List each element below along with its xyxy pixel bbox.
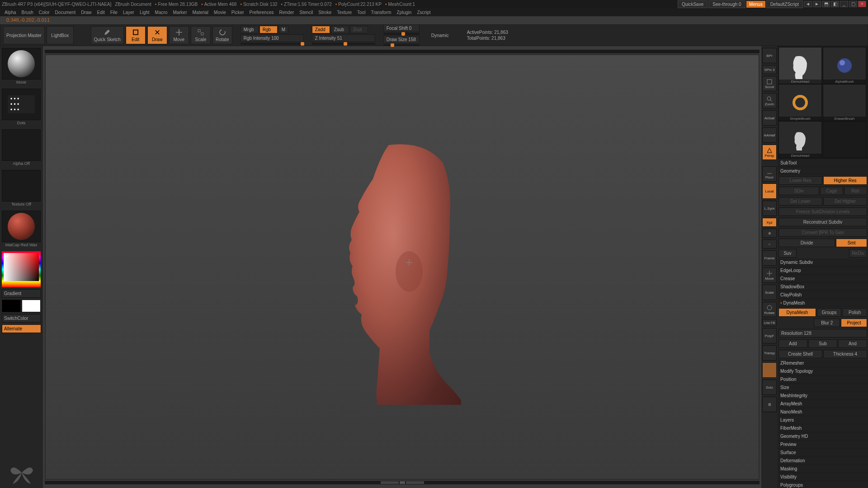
draw-button[interactable]: Draw: [147, 26, 167, 44]
polish-button[interactable]: Polish: [842, 308, 867, 317]
scale-nav-button[interactable]: Scale: [762, 285, 777, 300]
resolution-slider[interactable]: Resolution 128: [778, 329, 867, 338]
visibility-section[interactable]: Visibility: [778, 473, 868, 481]
dynamic-subdiv-section[interactable]: Dynamic Subdiv: [778, 258, 868, 267]
viewport[interactable]: [45, 54, 760, 480]
material-thumb[interactable]: MatCap Red Wax: [2, 211, 41, 242]
alternate-button[interactable]: Alternate: [2, 324, 41, 333]
rotate-button[interactable]: Rotate: [212, 26, 232, 44]
menu-item[interactable]: Draw: [79, 10, 93, 15]
menu-item[interactable]: Color: [37, 10, 52, 15]
bpr-button[interactable]: BPr: [762, 48, 777, 63]
brush-thumb[interactable]: Move: [2, 48, 41, 80]
color-picker[interactable]: [2, 251, 41, 287]
sdiv-slider[interactable]: SDiv: [778, 187, 819, 195]
xyz-button[interactable]: Xyz: [762, 218, 777, 227]
tool-thumb-eraserbrush[interactable]: EraserBrush: [823, 84, 866, 121]
geometryhd-section[interactable]: Geometry HD: [778, 432, 868, 441]
rgb-intensity-slider[interactable]: Rgb Intensity 100: [241, 34, 304, 42]
menu-item[interactable]: Preferences: [248, 10, 276, 15]
close-button[interactable]: ×: [858, 1, 866, 7]
divide-button[interactable]: Divide: [778, 239, 835, 247]
spix-button[interactable]: SPix 3: [762, 65, 777, 74]
deformation-section[interactable]: Deformation: [778, 457, 868, 465]
rediv-button[interactable]: ReDiv: [849, 249, 867, 258]
gradient-button[interactable]: Gradient: [2, 289, 41, 298]
menus-button[interactable]: Menus: [746, 1, 765, 8]
aahalf-button[interactable]: AAHalf: [762, 127, 777, 143]
menu-item[interactable]: Edit: [95, 10, 107, 15]
freeze-subdiv-button[interactable]: Freeze SubDivision Levels: [778, 207, 867, 216]
lightbox-button[interactable]: LightBox: [47, 26, 74, 44]
floor-button[interactable]: Floor: [762, 166, 777, 182]
menu-item[interactable]: Alpha: [3, 10, 18, 15]
geometry-section[interactable]: Geometry: [778, 167, 868, 175]
frame-button[interactable]: Frame: [762, 250, 777, 266]
projection-master-button[interactable]: Projection Master: [3, 26, 45, 44]
thickness-slider[interactable]: Thickness 4: [823, 350, 867, 358]
blur-slider[interactable]: Blur 2: [814, 319, 840, 327]
rotate-nav-button[interactable]: Rotate: [762, 302, 777, 317]
rgb-button[interactable]: Rgb: [259, 26, 278, 33]
menu-item[interactable]: Stencil: [297, 10, 315, 15]
switchcolor-button[interactable]: SwitchColor: [2, 314, 41, 323]
center-button[interactable]: ⊕: [762, 229, 777, 238]
menu-item[interactable]: Zplugin: [395, 10, 414, 15]
dynamesh-section[interactable]: DynaMesh: [778, 299, 868, 307]
black-swatch[interactable]: [2, 300, 21, 312]
stroke-thumb[interactable]: Dots: [2, 89, 41, 120]
move-button[interactable]: Move: [169, 26, 189, 44]
and-button[interactable]: And: [838, 339, 867, 348]
alpha-thumb[interactable]: Alpha Off: [2, 129, 41, 161]
circle-button[interactable]: ○: [762, 239, 777, 249]
surface-section[interactable]: Surface: [778, 449, 868, 457]
create-shell-button[interactable]: Create Shell: [778, 350, 822, 358]
ghost-button[interactable]: [762, 362, 777, 378]
texture-thumb[interactable]: Texture Off: [2, 170, 41, 202]
preview-section[interactable]: Preview: [778, 441, 868, 449]
rstr-button[interactable]: Rstr: [844, 187, 867, 195]
menu-item[interactable]: File: [108, 10, 119, 15]
edgeloop-section[interactable]: EdgeLoop: [778, 267, 868, 275]
mrgb-button[interactable]: Mrgb: [241, 26, 259, 33]
shadowbox-section[interactable]: ShadowBox: [778, 283, 868, 291]
lsym-button[interactable]: L.Sym: [762, 201, 777, 216]
menu-item[interactable]: Movie: [212, 10, 228, 15]
tool-thumb-demohead2[interactable]: DemoHead: [778, 121, 822, 158]
tool-thumb-demohead[interactable]: DemoHead: [778, 47, 822, 84]
claypolish-section[interactable]: ClayPolish: [778, 291, 868, 299]
quick-sketch-button[interactable]: Quick Sketch: [91, 26, 124, 44]
subtool-section[interactable]: SubTool: [778, 159, 868, 167]
size-section[interactable]: Size: [778, 384, 868, 392]
meshintegrity-section[interactable]: MeshIntegrity: [778, 392, 868, 400]
lower-res-button[interactable]: Lower Res: [778, 176, 822, 185]
convert-bpr-button[interactable]: Convert BPR To Geo: [778, 228, 867, 237]
actual-button[interactable]: Actual: [762, 110, 777, 126]
menu-item[interactable]: Macro: [153, 10, 170, 15]
white-swatch[interactable]: [22, 300, 41, 312]
sub-button[interactable]: Sub: [808, 339, 837, 348]
modify-topology-section[interactable]: Modify Topology: [778, 367, 868, 375]
win-btn-2[interactable]: ►: [813, 1, 821, 7]
win-btn-3[interactable]: ⬒: [822, 1, 830, 7]
transp-button[interactable]: Transp: [762, 345, 777, 361]
zadd-button[interactable]: Zadd: [312, 26, 330, 33]
win-btn-1[interactable]: ◄: [804, 1, 812, 7]
quicksave-button[interactable]: QuickSave: [678, 0, 708, 8]
zsub-button[interactable]: Zsub: [331, 26, 349, 33]
zcut-button[interactable]: Zcut: [350, 26, 368, 33]
m-button[interactable]: M: [278, 26, 288, 33]
del-lower-button[interactable]: Del Lower: [778, 197, 822, 206]
dynamesh-button[interactable]: DynaMesh: [778, 308, 816, 317]
menu-item[interactable]: Marker: [171, 10, 189, 15]
del-higher-button[interactable]: Del Higher: [823, 197, 867, 206]
masking-section[interactable]: Masking: [778, 465, 868, 473]
menu-item[interactable]: Render: [278, 10, 296, 15]
menu-item[interactable]: Texture: [335, 10, 354, 15]
higher-res-button[interactable]: Higher Res: [823, 176, 867, 185]
move-nav-button[interactable]: Move: [762, 267, 777, 283]
scale-button[interactable]: Scale: [191, 26, 211, 44]
project-button[interactable]: Project: [841, 319, 867, 327]
scroll-button[interactable]: Scroll: [762, 76, 777, 91]
menu-item[interactable]: Picker: [230, 10, 246, 15]
